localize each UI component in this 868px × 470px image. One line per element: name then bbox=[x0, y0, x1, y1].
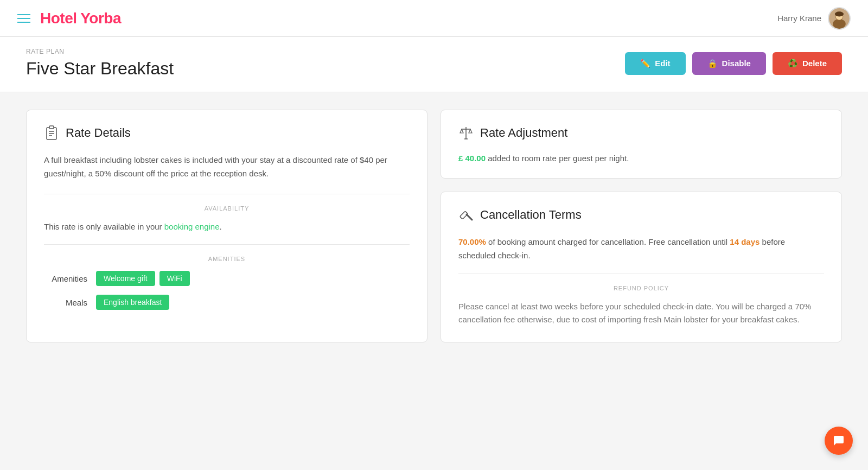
cancellation-text: 70.00% of booking amount charged for can… bbox=[458, 236, 824, 263]
hammer-icon bbox=[458, 207, 474, 223]
page-header: Rate Plan Five Star Breakfast ✏️ Edit 🔒 … bbox=[0, 37, 868, 92]
disable-button[interactable]: 🔒 Disable bbox=[692, 52, 766, 75]
availability-text: This rate is only available in your book… bbox=[44, 220, 410, 234]
tag-wifi: WiFi bbox=[159, 271, 190, 286]
header-right: Harry Krane bbox=[777, 7, 851, 30]
amenities-divider bbox=[44, 244, 410, 245]
page-title: Five Star Breakfast bbox=[26, 59, 174, 79]
header: Hotel Yorba Harry Krane bbox=[0, 0, 868, 37]
rate-details-title: Rate Details bbox=[44, 125, 410, 141]
clipboard-icon bbox=[44, 125, 59, 141]
meal-tags: English breakfast bbox=[96, 295, 169, 310]
edit-icon: ✏️ bbox=[640, 59, 650, 68]
amenity-tags: Welcome gift WiFi bbox=[96, 271, 190, 286]
breadcrumb: Rate Plan bbox=[26, 48, 174, 55]
main-content: Rate Details A full breakfast including … bbox=[0, 92, 868, 360]
refund-policy-label: REFUND POLICY bbox=[458, 285, 824, 291]
cancellation-title: Cancellation Terms bbox=[458, 207, 824, 223]
tag-welcome-gift: Welcome gift bbox=[96, 271, 155, 286]
rate-details-card: Rate Details A full breakfast including … bbox=[26, 110, 427, 342]
rate-adjustment-title: Rate Adjustment bbox=[458, 125, 824, 141]
amount-value: £ 40.00 bbox=[458, 154, 486, 163]
svg-point-4 bbox=[835, 11, 844, 16]
rate-details-description: A full breakfast including lobster cakes… bbox=[44, 154, 410, 181]
amenities-section-label: AMENITIES bbox=[44, 256, 410, 262]
svg-line-14 bbox=[467, 214, 472, 220]
header-left: Hotel Yorba bbox=[17, 10, 121, 27]
meals-row: Meals English breakfast bbox=[44, 295, 410, 310]
rate-adjustment-card: Rate Adjustment £ 40.00 added to room ra… bbox=[441, 110, 842, 179]
avatar bbox=[828, 7, 851, 30]
meals-row-label: Meals bbox=[44, 298, 87, 307]
booking-engine-link[interactable]: booking engine bbox=[164, 222, 220, 231]
scales-icon bbox=[458, 125, 474, 141]
edit-button[interactable]: ✏️ Edit bbox=[625, 52, 685, 75]
refund-policy-text: Please cancel at least two weeks before … bbox=[458, 300, 824, 327]
right-column: Rate Adjustment £ 40.00 added to room ra… bbox=[441, 110, 842, 342]
availability-divider bbox=[44, 194, 410, 194]
cancellation-percentage: 70.00% bbox=[458, 237, 486, 246]
lock-icon: 🔒 bbox=[707, 59, 718, 68]
user-name: Harry Krane bbox=[777, 14, 821, 23]
svg-rect-6 bbox=[49, 126, 54, 129]
delete-button[interactable]: ♻️ Delete bbox=[773, 52, 842, 75]
svg-point-2 bbox=[833, 18, 846, 28]
tag-english-breakfast: English breakfast bbox=[96, 295, 169, 310]
cancellation-terms-card: Cancellation Terms 70.00% of booking amo… bbox=[441, 192, 842, 342]
amenities-row: Amenities Welcome gift WiFi bbox=[44, 271, 410, 286]
page-title-section: Rate Plan Five Star Breakfast bbox=[26, 48, 174, 79]
cancellation-days: 14 days bbox=[730, 237, 760, 246]
recycle-icon: ♻️ bbox=[788, 59, 798, 68]
refund-divider bbox=[458, 274, 824, 274]
availability-label: AVAILABILITY bbox=[44, 205, 410, 212]
logo: Hotel Yorba bbox=[40, 10, 121, 27]
amenities-row-label: Amenities bbox=[44, 274, 87, 283]
action-buttons: ✏️ Edit 🔒 Disable ♻️ Delete bbox=[625, 52, 842, 75]
hamburger-menu-button[interactable] bbox=[17, 14, 30, 23]
rate-amount-text: £ 40.00 added to room rate per guest per… bbox=[458, 154, 824, 163]
